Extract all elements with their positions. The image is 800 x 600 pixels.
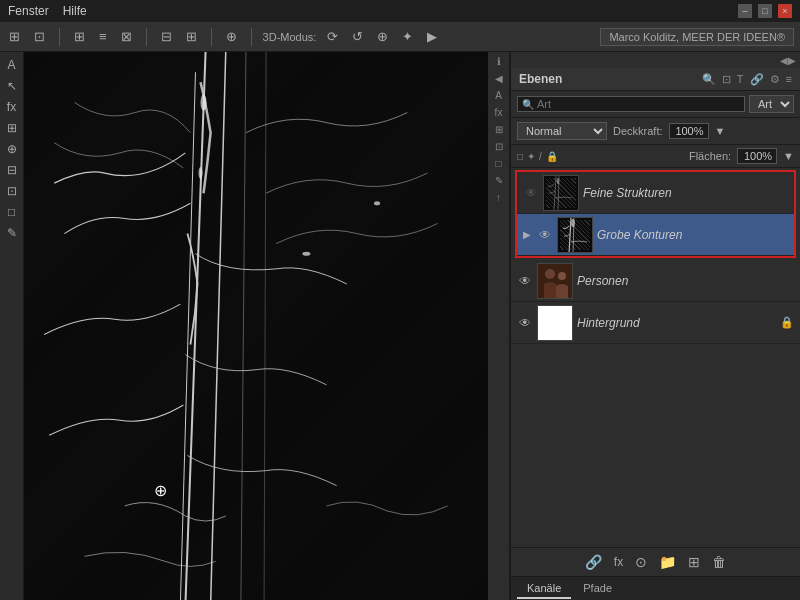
- layer-item-personen[interactable]: 👁 Personen: [511, 260, 800, 302]
- bottom-icon-circle[interactable]: ⊙: [635, 554, 647, 570]
- 3d-icon-3[interactable]: ⊕: [374, 27, 391, 46]
- layer-visibility-personen[interactable]: 👁: [517, 273, 533, 289]
- tool-icon-7[interactable]: ⊞: [183, 27, 200, 46]
- bottom-icon-trash[interactable]: 🗑: [712, 554, 726, 570]
- svg-line-12: [558, 176, 559, 211]
- layers-icon-menu[interactable]: ≡: [786, 73, 792, 86]
- layer-visibility-grobe[interactable]: 👁: [537, 227, 553, 243]
- layer-name-feine: Feine Strukturen: [583, 186, 788, 200]
- 3d-mode-label: 3D-Modus:: [263, 31, 317, 43]
- tab-kanale[interactable]: Kanäle: [517, 579, 571, 599]
- layer-name-personen: Personen: [577, 274, 794, 288]
- 3d-icon-2[interactable]: ↺: [349, 27, 366, 46]
- svg-point-20: [558, 272, 566, 280]
- 3d-icon-4[interactable]: ✦: [399, 27, 416, 46]
- lock-icon-4[interactable]: 🔒: [546, 151, 558, 162]
- menu-bar[interactable]: Fenster Hilfe: [8, 4, 87, 18]
- 3d-icon-1[interactable]: ⟳: [324, 27, 341, 46]
- bottom-icon-folder[interactable]: 📁: [659, 554, 676, 570]
- layer-item-grobe[interactable]: ▶ 👁: [517, 214, 794, 256]
- opacity-dropdown-arrow[interactable]: ▼: [715, 125, 726, 137]
- minimize-button[interactable]: –: [738, 4, 752, 18]
- side-icon-layer[interactable]: ⊡: [495, 141, 503, 152]
- play-arrow-grobe: ▶: [523, 229, 531, 240]
- left-tool-pen[interactable]: ✎: [5, 224, 19, 242]
- opacity-label: Deckkraft:: [613, 125, 663, 137]
- fill-dropdown-arrow[interactable]: ▼: [783, 150, 794, 162]
- toolbar-separator-3: [211, 28, 212, 46]
- side-mini-toolbar: ℹ ◀ A fx ⊞ ⊡ □ ✎ ↑: [488, 52, 510, 600]
- left-tool-fx[interactable]: fx: [5, 98, 18, 116]
- side-icon-box[interactable]: □: [495, 158, 501, 169]
- side-icon-fx[interactable]: fx: [495, 107, 503, 118]
- tool-icon-5[interactable]: ⊠: [118, 27, 135, 46]
- lock-icon-1[interactable]: □: [517, 151, 523, 162]
- tool-icon-6[interactable]: ⊟: [158, 27, 175, 46]
- tool-icon-8[interactable]: ⊕: [223, 27, 240, 46]
- left-tool-box[interactable]: □: [6, 203, 17, 221]
- search-input-wrapper[interactable]: 🔍: [517, 96, 745, 112]
- side-icon-a[interactable]: A: [495, 90, 502, 101]
- left-tool-arrow[interactable]: ↖: [5, 77, 19, 95]
- fill-label: Flächen:: [689, 150, 731, 162]
- layers-icon-thumb[interactable]: ⊡: [722, 73, 731, 86]
- main-toolbar: ⊞ ⊡ ⊞ ≡ ⊠ ⊟ ⊞ ⊕ 3D-Modus: ⟳ ↺ ⊕ ✦ ▶ Marc…: [0, 22, 800, 52]
- layers-list: 👁: [511, 168, 800, 547]
- svg-point-8: [302, 252, 310, 256]
- side-icon-pen[interactable]: ✎: [495, 175, 503, 186]
- menu-hilfe[interactable]: Hilfe: [63, 4, 87, 18]
- layers-icon-t[interactable]: T: [737, 73, 744, 86]
- layer-item-feine[interactable]: 👁: [517, 172, 794, 214]
- svg-line-11: [554, 176, 556, 211]
- layer-thumb-personen: [537, 263, 573, 299]
- layers-header-icons[interactable]: 🔍 ⊡ T 🔗 ⚙ ≡: [702, 73, 792, 86]
- layer-lock-hintergrund: 🔒: [780, 316, 794, 329]
- layer-visibility-feine[interactable]: 👁: [523, 185, 539, 201]
- opacity-input[interactable]: [669, 123, 709, 139]
- canvas-area[interactable]: ⊕: [24, 52, 488, 600]
- layers-icon-settings[interactable]: ⚙: [770, 73, 780, 86]
- left-tool-plus[interactable]: ⊕: [5, 140, 19, 158]
- side-icon-up[interactable]: ↑: [496, 192, 501, 203]
- side-icon-info[interactable]: ℹ: [497, 56, 501, 67]
- panel-collapse[interactable]: ◀▶: [511, 52, 800, 68]
- bottom-icon-fx[interactable]: fx: [614, 555, 623, 569]
- layers-icon-link[interactable]: 🔗: [750, 73, 764, 86]
- tool-icon-1[interactable]: ⊞: [6, 27, 23, 46]
- svg-rect-14: [558, 218, 593, 253]
- layers-bottom-toolbar: 🔗 fx ⊙ 📁 ⊞ 🗑: [511, 547, 800, 576]
- left-tool-grid[interactable]: ⊞: [5, 119, 19, 137]
- svg-point-9: [374, 201, 380, 205]
- bottom-icon-link[interactable]: 🔗: [585, 554, 602, 570]
- tab-pfade[interactable]: Pfade: [573, 579, 622, 599]
- toolbar-separator-4: [251, 28, 252, 46]
- left-tool-layer[interactable]: ⊡: [5, 182, 19, 200]
- layer-thumb-feine: [543, 175, 579, 211]
- lock-icon-2[interactable]: ✦: [527, 151, 535, 162]
- lock-icon-3[interactable]: /: [539, 151, 542, 162]
- layers-title: Ebenen: [519, 72, 562, 86]
- layer-visibility-hintergrund[interactable]: 👁: [517, 315, 533, 331]
- close-button[interactable]: ×: [778, 4, 792, 18]
- side-icon-grid[interactable]: ⊞: [495, 124, 503, 135]
- menu-fenster[interactable]: Fenster: [8, 4, 49, 18]
- svg-point-13: [557, 178, 559, 184]
- search-type-dropdown[interactable]: Art: [749, 95, 794, 113]
- blend-mode-select[interactable]: Normal: [517, 122, 607, 140]
- left-tool-a[interactable]: A: [5, 56, 17, 74]
- svg-line-16: [573, 218, 574, 253]
- maximize-button[interactable]: □: [758, 4, 772, 18]
- side-icon-arrow[interactable]: ◀: [495, 73, 503, 84]
- tool-icon-2[interactable]: ⊡: [31, 27, 48, 46]
- tool-icon-3[interactable]: ⊞: [71, 27, 88, 46]
- left-tool-minus[interactable]: ⊟: [5, 161, 19, 179]
- search-input[interactable]: [537, 98, 740, 110]
- layers-icon-search[interactable]: 🔍: [702, 73, 716, 86]
- bottom-icon-new[interactable]: ⊞: [688, 554, 700, 570]
- tool-icon-4[interactable]: ≡: [96, 27, 110, 46]
- fill-input[interactable]: [737, 148, 777, 164]
- window-controls[interactable]: – □ ×: [738, 4, 792, 18]
- layer-item-hintergrund[interactable]: 👁 Hintergrund 🔒: [511, 302, 800, 344]
- 3d-icon-5[interactable]: ▶: [424, 27, 440, 46]
- collapse-icon[interactable]: ◀▶: [780, 55, 796, 66]
